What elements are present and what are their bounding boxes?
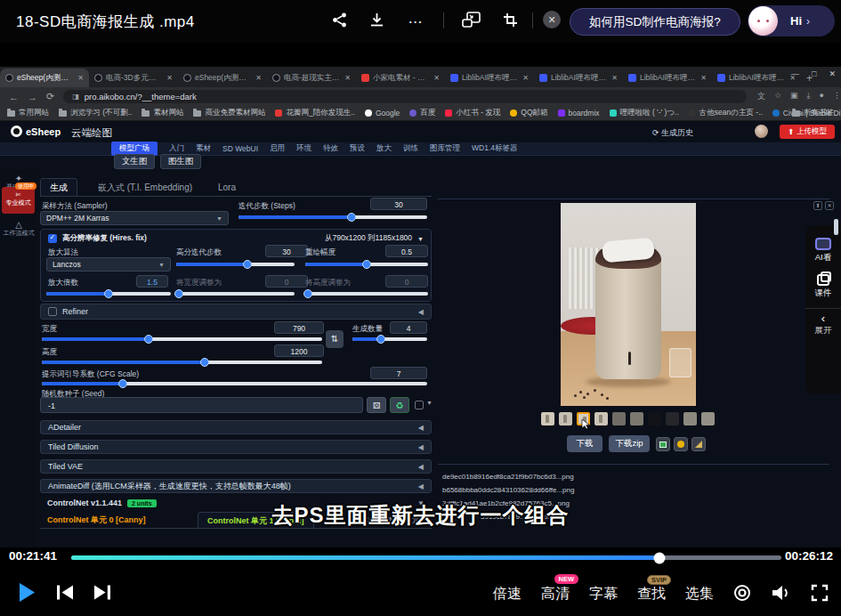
hires-steps-slider[interactable] <box>176 263 295 266</box>
page-scrollbar[interactable] <box>834 219 838 235</box>
hires-checkbox-row[interactable]: 高分辨率修复 (Hires. fix) <box>48 233 147 244</box>
nav-tab[interactable]: 放大 <box>376 143 392 154</box>
progress-bar[interactable] <box>71 555 781 560</box>
browser-tab[interactable]: LiblibAI哩布哩布AI-✕ <box>712 69 801 87</box>
speed-button[interactable]: 倍速 <box>493 585 522 604</box>
bookmark[interactable]: 百度 <box>409 108 435 118</box>
browser-tab[interactable]: 电商-3D多元化促销文本✕ <box>89 69 178 87</box>
tiled-vae-section[interactable]: Tiled VAE◀ <box>40 459 432 474</box>
save-image-button[interactable]: ⬆ <box>813 201 822 210</box>
bookmark-folder[interactable]: 商业免费素材网站 <box>193 108 265 118</box>
more-button[interactable]: ⋯ <box>406 12 425 30</box>
denoise-slider[interactable] <box>305 263 428 266</box>
checkbox-unchecked-icon[interactable] <box>48 307 57 316</box>
tab-close-icon[interactable]: ✕ <box>522 74 529 82</box>
thumbnail-2[interactable] <box>559 412 572 426</box>
steps-value[interactable]: 30 <box>370 198 427 210</box>
resize-w-slider[interactable] <box>176 292 295 296</box>
send-to-inpaint-button[interactable] <box>674 437 688 451</box>
width-slider[interactable] <box>42 337 322 341</box>
courseware-button[interactable]: 课件 <box>805 274 841 299</box>
bookmark[interactable]: boardmix <box>558 109 600 118</box>
close-search-button[interactable]: ✕ <box>543 11 561 28</box>
back-icon[interactable]: ← <box>9 92 19 102</box>
browser-tab[interactable]: LiblibAI哩布哩布AI-✕ <box>534 69 623 87</box>
bookmark[interactable]: QQ邮箱 <box>510 108 547 118</box>
forward-icon[interactable]: → <box>28 92 37 102</box>
downloads-icon[interactable]: ⤓ <box>807 91 811 102</box>
random-seed-button[interactable]: ⚄ <box>367 397 386 413</box>
bookmark[interactable]: 小红书 - 发现 <box>445 108 500 118</box>
volume-button[interactable] <box>771 584 791 605</box>
send-to-img2img-button[interactable] <box>656 437 670 451</box>
bookmark-folder[interactable]: 浏览学习 (不可删.. <box>59 108 132 118</box>
browser-tab[interactable]: LiblibAI哩布哩布AI-✕ <box>445 69 534 87</box>
scale-value[interactable]: 1.5 <box>136 275 168 288</box>
width-value[interactable]: 790 <box>274 321 324 334</box>
bookmark[interactable]: 花瓣网_陪你发现生.. <box>275 108 354 118</box>
record-button[interactable] <box>733 584 751 605</box>
thumbnail-1[interactable] <box>541 412 554 426</box>
reuse-seed-button[interactable]: ♻ <box>390 397 409 413</box>
cfg-slider[interactable] <box>42 382 427 385</box>
tab-close-icon[interactable]: ✕ <box>166 74 173 82</box>
bookmark-star-icon[interactable]: ☆ <box>774 91 781 102</box>
nav-tab[interactable]: 入门 <box>169 143 184 154</box>
browser-tab[interactable]: LiblibAI哩布哩布AI-✕ <box>623 69 712 87</box>
bookmark-folder[interactable]: 素材网站 <box>142 108 183 118</box>
thumbnail-9[interactable] <box>683 412 697 426</box>
crop-button[interactable] <box>500 12 520 30</box>
nav-tab[interactable]: WD1.4标签器 <box>472 143 517 154</box>
resize-h-slider[interactable] <box>305 292 428 296</box>
find-button[interactable]: 查找SVIP <box>637 585 666 604</box>
batch-value[interactable]: 4 <box>390 321 427 334</box>
fullscreen-button[interactable] <box>811 584 829 605</box>
adetailer-section[interactable]: ADetailer◀ <box>40 420 432 434</box>
browser-tab[interactable]: eSheep(内测中) —站✕ <box>0 69 89 87</box>
generation-history-button[interactable]: ⟳ 生成历史 <box>652 127 693 139</box>
tab-embedding[interactable]: 嵌入式 (T.I. Embedding) <box>87 178 203 197</box>
ai-view-button[interactable]: AI看 <box>805 238 841 263</box>
chevron-down-icon[interactable]: ▼ <box>417 236 424 242</box>
thumbnail-6[interactable] <box>630 412 643 426</box>
tiled-diffusion-section[interactable]: Tiled Diffusion◀ <box>40 440 432 454</box>
subtitles-button[interactable]: 字幕 <box>589 585 618 604</box>
download-button-sd[interactable]: 下载 <box>567 435 602 452</box>
upload-model-button[interactable]: ⬆上传模型 <box>780 125 835 139</box>
pip-button[interactable] <box>461 12 481 30</box>
window-close-icon[interactable]: ✕ <box>829 69 836 78</box>
nav-tab[interactable]: 素材 <box>196 143 211 154</box>
tab-close-icon[interactable]: ✕ <box>77 74 84 82</box>
site-info-icon[interactable]: ◨ <box>72 93 79 101</box>
download-zip-button[interactable]: 下载zip <box>609 435 650 452</box>
scale-slider[interactable] <box>46 292 171 296</box>
next-button[interactable] <box>93 584 111 604</box>
cfg-value[interactable]: 7 <box>370 367 427 379</box>
assistant-button[interactable]: Hi › <box>748 5 835 36</box>
tab-close-icon[interactable]: ✕ <box>700 74 707 82</box>
maximize-icon[interactable]: □ <box>812 69 816 78</box>
output-file[interactable]: b6568bbba0ddc2843103628dd66ffe...png <box>442 486 574 494</box>
menu-icon[interactable]: ⋮ <box>833 91 841 102</box>
progress-knob[interactable] <box>653 552 665 563</box>
seed-input[interactable]: -1 <box>40 397 363 413</box>
nav-tab[interactable]: 训练 <box>403 143 418 154</box>
thumbnail-7[interactable] <box>648 412 661 426</box>
play-button[interactable] <box>18 581 36 607</box>
extra-seed-checkbox[interactable] <box>415 401 424 409</box>
denoise-value[interactable]: 0.5 <box>385 245 428 257</box>
batch-slider[interactable] <box>352 337 427 341</box>
thumbnail-4[interactable] <box>594 412 608 426</box>
rail-item-workflow[interactable]: △工作流模式 <box>0 221 37 237</box>
browser-tab[interactable]: 电商-超现实主义v2-✕ <box>267 69 356 87</box>
tab-close-icon[interactable]: ✕ <box>255 74 262 82</box>
quality-button[interactable]: 高清NEW <box>541 585 570 604</box>
bookmark[interactable]: 哩哩啦啦 ( '-' )つ.. <box>610 108 679 118</box>
address-bar[interactable]: ◨ pro.aikobo.cn/?__theme=dark <box>63 90 747 103</box>
upscaler-dropdown[interactable]: Lanczos▼ <box>46 257 171 272</box>
tab-close-icon[interactable]: ✕ <box>433 74 440 82</box>
send-to-extras-button[interactable] <box>691 437 706 451</box>
share-button[interactable] <box>329 12 349 30</box>
tab-close-icon[interactable]: ✕ <box>611 74 618 82</box>
tab-close-icon[interactable]: ✕ <box>344 74 351 82</box>
